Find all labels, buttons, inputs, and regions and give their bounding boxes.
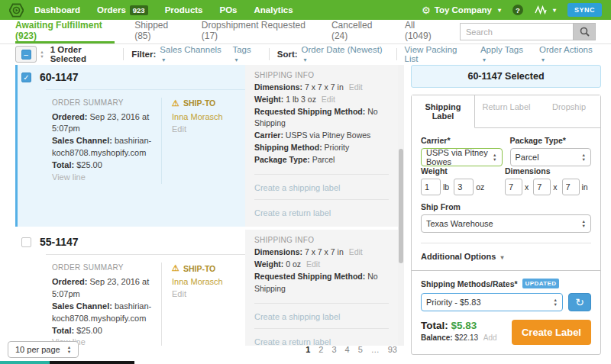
order-id[interactable]: 55-1147 bbox=[40, 236, 79, 248]
create-return-label-link[interactable]: Create a return label bbox=[254, 208, 331, 217]
nav-item-products[interactable]: Products bbox=[165, 5, 203, 14]
package-type-select[interactable]: Parcel ▲▼ bbox=[510, 148, 592, 166]
tab-awaiting-fulfillment[interactable]: Awaiting Fulfillment (923) bbox=[15, 20, 115, 43]
edit-link[interactable]: Edit bbox=[322, 95, 335, 104]
page-5[interactable]: 5 bbox=[358, 345, 363, 354]
activity-menu[interactable]: ▾ bbox=[535, 5, 556, 14]
dimension-height-input[interactable] bbox=[562, 179, 580, 195]
tab-all[interactable]: All (1049) bbox=[405, 20, 440, 43]
divider bbox=[254, 303, 389, 304]
tab-return-label[interactable]: Return Label bbox=[475, 95, 538, 128]
weight-lb-input[interactable] bbox=[421, 179, 441, 195]
dim-separator: x bbox=[553, 182, 557, 192]
dimension-length-input[interactable] bbox=[505, 179, 522, 195]
edit-ship-to-link[interactable]: Edit bbox=[172, 289, 186, 298]
sync-button[interactable]: SYNC bbox=[567, 3, 602, 17]
order-row[interactable]: ✓ 60-1147 ORDER SUMMARY Ordered: Sep 23,… bbox=[15, 65, 398, 227]
view-line-link[interactable]: View line bbox=[52, 172, 86, 182]
dimensions-label: Dimensions bbox=[505, 166, 593, 176]
ship-to-name-link[interactable]: Inna Morasch bbox=[172, 277, 223, 286]
row-checkbox-checked[interactable]: ✓ bbox=[21, 72, 31, 82]
create-label-button[interactable]: Create Label bbox=[512, 320, 591, 345]
list-toolbar: – ▲▼ 1 Order Selected Filter: Sales Chan… bbox=[15, 44, 600, 64]
page-4[interactable]: 4 bbox=[345, 345, 350, 354]
select-all-checkbox[interactable]: – bbox=[15, 46, 37, 63]
search-icon bbox=[580, 27, 590, 37]
total-label: Total: bbox=[421, 320, 448, 331]
page-93[interactable]: 93 bbox=[388, 345, 397, 354]
shipping-label-form: Carrier* USPS via Pitney Bowes ▲▼ Packag… bbox=[412, 128, 600, 270]
tab-dropship[interactable]: Dropship bbox=[538, 95, 600, 128]
filter-sales-channels-dropdown[interactable]: Sales Channels ▾ bbox=[160, 45, 225, 63]
search-input[interactable] bbox=[460, 23, 573, 40]
refresh-rates-button[interactable]: ↻ bbox=[568, 293, 591, 311]
tab-cancelled[interactable]: Cancelled (24) bbox=[331, 20, 385, 43]
ship-from-label: Ship From bbox=[421, 202, 591, 211]
si-label: Weight: bbox=[254, 95, 283, 104]
divider bbox=[421, 243, 591, 243]
add-balance-link[interactable]: Add bbox=[483, 333, 497, 342]
chevron-down-icon: ▾ bbox=[553, 7, 556, 14]
order-id[interactable]: 60-1147 bbox=[40, 71, 79, 83]
ship-to-column: ⚠SHIP-TO Inna Morasch Edit bbox=[161, 98, 245, 184]
edit-ship-to-link[interactable]: Edit bbox=[172, 124, 186, 134]
list-scrollbar[interactable] bbox=[398, 65, 404, 346]
ship-from-select[interactable]: Texas Warehouse ▲▼ bbox=[421, 214, 591, 233]
scrollbar-thumb[interactable] bbox=[399, 149, 403, 263]
company-menu[interactable]: ⚙ Toy Company ▾ bbox=[422, 5, 501, 16]
tab-dropshipment-requested[interactable]: Dropshipment Requested (17) bbox=[202, 20, 312, 43]
page-1[interactable]: 1 bbox=[306, 345, 310, 354]
page-3[interactable]: 3 bbox=[331, 345, 336, 354]
divider bbox=[396, 48, 397, 60]
edit-link[interactable]: Edit bbox=[349, 82, 363, 92]
apply-tags-dropdown[interactable]: Apply Tags ▾ bbox=[480, 45, 528, 63]
edit-link[interactable]: Edit bbox=[349, 247, 363, 256]
nav-item-orders[interactable]: Orders 923 bbox=[97, 5, 148, 15]
tab-shipping-label[interactable]: Shipping Label bbox=[412, 95, 475, 128]
dim-separator: x bbox=[525, 182, 529, 192]
nav-item-pos[interactable]: POs bbox=[220, 5, 238, 14]
per-page-select[interactable]: 10 per page ▲▼ bbox=[8, 341, 79, 358]
selected-count: 1 Order Selected bbox=[50, 45, 116, 63]
divider bbox=[123, 48, 124, 60]
si-label: Shipping Method: bbox=[254, 143, 322, 152]
order-summary-column: ORDER SUMMARY Ordered: Sep 23, 2016 at 5… bbox=[52, 98, 161, 184]
nav-item-dashboard[interactable]: Dashboard bbox=[34, 5, 80, 14]
order-summary-label: ORDER SUMMARY bbox=[52, 263, 152, 274]
tab-shipped[interactable]: Shipped (85) bbox=[134, 20, 182, 43]
bottom-dark-strip bbox=[50, 361, 134, 364]
order-row[interactable]: 55-1147 ORDER SUMMARY Ordered: Sep 23, 2… bbox=[15, 230, 398, 346]
sort-dropdown[interactable]: Order Date (Newest) ▾ bbox=[302, 45, 385, 63]
nav-label: Analytics bbox=[254, 5, 293, 14]
nav-item-analytics[interactable]: Analytics bbox=[254, 5, 293, 14]
divider bbox=[254, 174, 389, 175]
selection-expand-arrows[interactable]: ▲▼ bbox=[40, 50, 44, 59]
edit-link[interactable]: Edit bbox=[306, 259, 320, 269]
search-button[interactable] bbox=[573, 23, 596, 40]
additional-options-toggle[interactable]: Additional Options ▾ bbox=[421, 252, 591, 261]
order-actions-dropdown[interactable]: Order Actions ▾ bbox=[539, 45, 596, 63]
si-value: 7 x 7 x 7 in bbox=[305, 82, 344, 92]
nav-label: Products bbox=[165, 5, 203, 14]
divider bbox=[254, 199, 389, 200]
row-checkbox[interactable] bbox=[21, 237, 31, 247]
view-packing-list-button[interactable]: View Packing List bbox=[405, 45, 469, 63]
shipping-info-label: SHIPPING INFO bbox=[254, 71, 389, 79]
ordoro-logo-icon[interactable] bbox=[9, 3, 24, 18]
pagination: 1 2 3 4 5 … 93 bbox=[306, 345, 397, 354]
filter-tags-dropdown[interactable]: Tags ▾ bbox=[232, 45, 257, 63]
rates-section: Shipping Methods/Rates* UPDATED Priority… bbox=[412, 270, 600, 354]
rate-select[interactable]: Priority - $5.83 ▲▼ bbox=[421, 293, 563, 311]
chevron-down-icon: ▾ bbox=[483, 56, 486, 63]
create-shipping-label-link[interactable]: Create a shipping label bbox=[254, 312, 341, 321]
page-2[interactable]: 2 bbox=[318, 345, 323, 354]
page-ellipsis: … bbox=[371, 345, 380, 354]
help-icon[interactable]: ? bbox=[512, 5, 523, 15]
dimension-width-input[interactable] bbox=[533, 179, 551, 195]
oz-unit-label: oz bbox=[476, 182, 484, 192]
carrier-select[interactable]: USPS via Pitney Bowes ▲▼ bbox=[421, 148, 503, 166]
ship-to-name-link[interactable]: Inna Morasch bbox=[172, 112, 223, 121]
weight-oz-input[interactable] bbox=[454, 179, 474, 195]
create-shipping-label-link[interactable]: Create a shipping label bbox=[254, 183, 341, 192]
top-nav: Dashboard Orders 923 Products POs Analyt… bbox=[0, 0, 611, 20]
